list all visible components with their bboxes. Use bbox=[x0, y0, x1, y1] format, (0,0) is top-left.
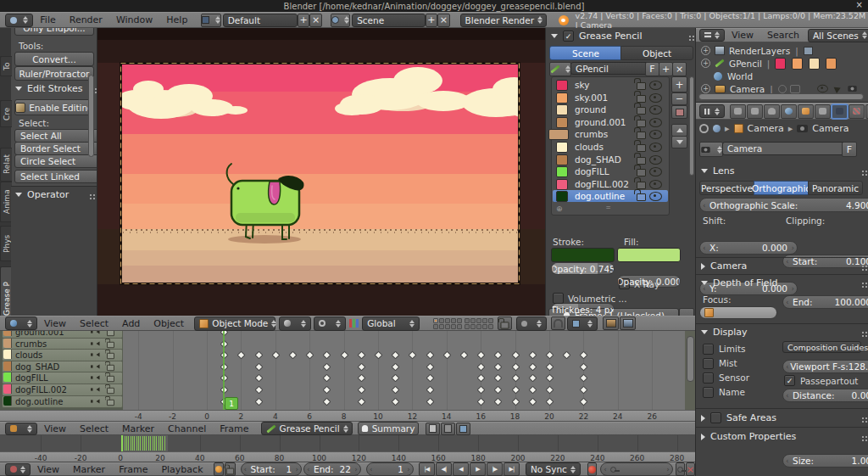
keyframe-diamond[interactable] bbox=[546, 397, 554, 406]
display-checkbox-mist[interactable]: Mist bbox=[703, 357, 737, 369]
constraints-tab[interactable] bbox=[815, 104, 831, 119]
keyframe-diamond[interactable] bbox=[528, 362, 537, 371]
display-size-field[interactable]: Size: 1.00 bbox=[782, 454, 868, 468]
tool-shelf-scrollbar[interactable] bbox=[88, 75, 94, 157]
keyframe-diamond[interactable] bbox=[426, 386, 434, 395]
frame-start-field[interactable]: Start: 1 bbox=[241, 462, 303, 476]
volumetric-checkbox[interactable] bbox=[553, 293, 564, 304]
outliner-item-world[interactable]: World bbox=[714, 70, 861, 82]
keyframe-diamond[interactable] bbox=[392, 351, 400, 360]
duplicate-layer-button[interactable] bbox=[671, 105, 687, 119]
lock-icon[interactable] bbox=[107, 353, 114, 359]
dof-distance-field[interactable]: Distance: 0.00 bbox=[782, 389, 868, 402]
dope-keyframe-grid[interactable]: 1 bbox=[123, 331, 685, 410]
safe-areas-checkbox[interactable] bbox=[710, 412, 721, 423]
timeline-menu-marker[interactable]: Marker bbox=[73, 464, 105, 475]
keyframe-diamond[interactable] bbox=[254, 386, 263, 395]
lock-icon[interactable] bbox=[107, 388, 114, 394]
add-gpencil-button[interactable]: + bbox=[659, 62, 673, 76]
outliner-menu-view[interactable]: View bbox=[732, 30, 754, 41]
keyframe-diamond[interactable] bbox=[494, 351, 503, 360]
keyframe-diamond[interactable] bbox=[426, 397, 434, 406]
layer-color-swatch[interactable] bbox=[556, 117, 568, 128]
keyframe-diamond[interactable] bbox=[511, 374, 520, 383]
lock-icon[interactable] bbox=[637, 82, 646, 90]
viewport-fstop-field[interactable]: Viewport F-s:128.0 bbox=[782, 360, 868, 373]
lock-icon[interactable] bbox=[637, 95, 646, 103]
frame-expand-button[interactable]: ⌄⌄ bbox=[679, 308, 694, 316]
camera-browse-button[interactable] bbox=[699, 142, 723, 157]
stroke-opacity-slider[interactable]: Opacity: 0.745 bbox=[551, 262, 615, 275]
lock-to-scene-button[interactable] bbox=[498, 316, 512, 330]
layer-color-swatch[interactable] bbox=[556, 166, 568, 177]
circle-select-button[interactable]: Circle Select bbox=[14, 154, 97, 168]
orthographic-scale-field[interactable]: Orthographic Scale: 4.900 bbox=[699, 198, 868, 212]
copy-keyframes-button[interactable] bbox=[426, 423, 440, 435]
outliner-item-gpencil[interactable]: + GPencil | bbox=[701, 57, 861, 70]
keyframe-diamond[interactable] bbox=[392, 374, 400, 383]
lens-tab-panoramic[interactable]: Panoramic bbox=[808, 181, 863, 195]
keyframe-diamond[interactable] bbox=[494, 397, 503, 406]
checkbox-box[interactable] bbox=[703, 372, 714, 384]
lock-icon[interactable] bbox=[107, 331, 114, 336]
add-scene-button[interactable]: + bbox=[426, 14, 437, 27]
lock-icon[interactable] bbox=[637, 107, 646, 115]
layer-color-swatch[interactable] bbox=[556, 179, 568, 190]
custom-properties-panel-header[interactable]: Custom Properties bbox=[701, 431, 864, 442]
lock-icon[interactable] bbox=[107, 376, 114, 382]
panel-checkbox[interactable] bbox=[563, 31, 574, 42]
safe-areas-panel-header[interactable]: Safe Areas bbox=[701, 412, 864, 423]
gp-layer-sky-001[interactable]: sky.001 bbox=[553, 92, 668, 104]
pivot-dropdown[interactable] bbox=[314, 316, 346, 331]
expand-icon[interactable]: + bbox=[701, 46, 710, 55]
keyframe-diamond[interactable] bbox=[494, 386, 503, 395]
keyframe-diamond[interactable] bbox=[477, 386, 486, 395]
viewport-menu-object[interactable]: Object bbox=[153, 318, 184, 329]
layer-grid-2[interactable] bbox=[465, 318, 493, 329]
keyframe-diamond[interactable] bbox=[375, 351, 383, 360]
keyframe-diamond[interactable] bbox=[580, 362, 588, 371]
keyframe-diamond[interactable] bbox=[546, 374, 554, 383]
lock-icon[interactable] bbox=[107, 365, 114, 371]
keyframe-diamond[interactable] bbox=[357, 386, 365, 395]
jump-to-end-button[interactable]: ▶| bbox=[504, 462, 520, 476]
composition-guides-dropdown[interactable]: Composition Guides bbox=[782, 341, 861, 353]
keyframe-diamond[interactable] bbox=[477, 351, 486, 360]
add-layer-button[interactable]: + bbox=[671, 76, 687, 92]
dope-channel-clouds[interactable]: clouds bbox=[2, 349, 123, 361]
shelf-tab-anima[interactable]: Anima bbox=[0, 182, 12, 222]
dope-vertical-scrollbar[interactable] bbox=[687, 336, 694, 382]
dope-mode-dropdown[interactable]: Grease Pencil bbox=[261, 422, 353, 435]
dopesheet-menu-marker[interactable]: Marker bbox=[122, 423, 154, 434]
editor-type-selector[interactable] bbox=[5, 14, 33, 27]
use-preview-range-button[interactable] bbox=[214, 462, 224, 476]
keying-set-field[interactable] bbox=[600, 462, 673, 476]
remove-layer-button[interactable]: − bbox=[671, 92, 687, 105]
pin-icon[interactable] bbox=[699, 124, 709, 133]
render-animation-button[interactable] bbox=[620, 316, 636, 330]
keyframe-diamond[interactable] bbox=[323, 362, 331, 371]
tab-object[interactable]: Object bbox=[620, 46, 693, 60]
render-layers-tab[interactable] bbox=[747, 104, 763, 119]
expand-icon[interactable]: + bbox=[701, 84, 710, 93]
close-layout-button[interactable]: × bbox=[309, 14, 321, 27]
timeline-ruler[interactable]: -40-200204060801001201401601802002202402… bbox=[0, 451, 695, 462]
keyframe-diamond[interactable] bbox=[357, 374, 365, 383]
keyframe-diamond[interactable] bbox=[546, 362, 554, 371]
outliner-scope-dropdown[interactable]: All Scenes bbox=[808, 29, 868, 42]
lens-panel-header[interactable]: Lens bbox=[701, 165, 864, 176]
keyframe-diamond[interactable] bbox=[494, 362, 503, 371]
clipped-top-button[interactable]: Only Endpoi... bbox=[14, 28, 94, 36]
orientation-dropdown[interactable]: Global bbox=[362, 316, 420, 331]
passepartout-toggle[interactable]: Passepartout bbox=[784, 375, 858, 386]
editor-type-selector[interactable] bbox=[5, 316, 37, 330]
world-tab[interactable] bbox=[781, 104, 797, 119]
manipulator-axes-icon[interactable] bbox=[349, 319, 359, 328]
shelf-tab-grease-p[interactable]: Grease P bbox=[0, 266, 12, 316]
shading-dropdown[interactable] bbox=[279, 316, 311, 331]
panel-grip-icon[interactable] bbox=[862, 417, 864, 419]
gp-layer-dog-outline[interactable]: dog.outline bbox=[553, 190, 668, 202]
keyframe-diamond[interactable] bbox=[392, 397, 400, 406]
gp-layer-ground-001[interactable]: ground.001 bbox=[553, 116, 668, 128]
shelf-tab-cre[interactable]: Cre bbox=[0, 100, 12, 127]
